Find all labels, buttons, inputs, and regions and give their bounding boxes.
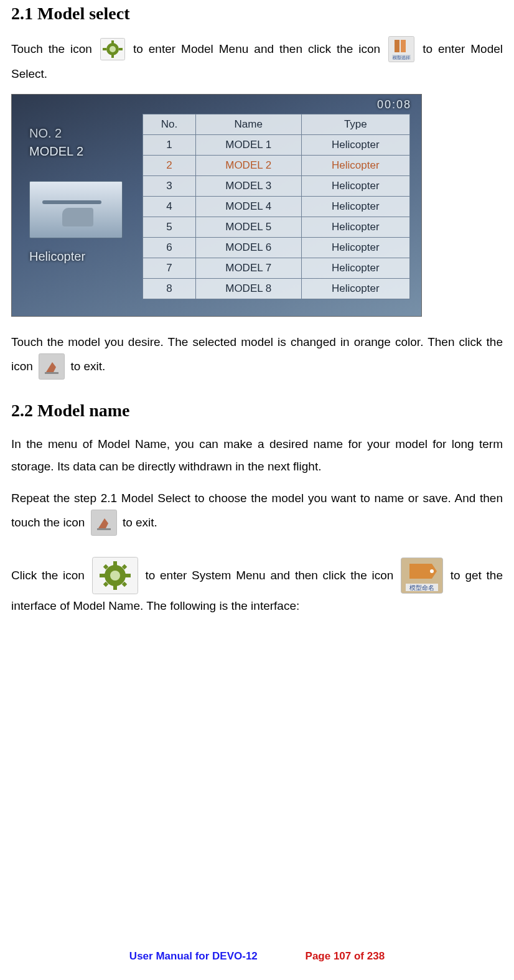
svg-point-18: [110, 571, 120, 581]
model-select-screenshot: 00:08 NO. 2 MODEL 2 Helicopter No. Name …: [11, 94, 422, 317]
table-row[interactable]: 6MODEL 6Helicopter: [143, 238, 410, 258]
col-name: Name: [195, 114, 301, 135]
cell-no: 5: [143, 217, 196, 238]
cell-no: 4: [143, 197, 196, 217]
cell-type: Helicopter: [301, 176, 409, 197]
cell-type: Helicopter: [301, 135, 409, 156]
table-row[interactable]: 1MODEL 1Helicopter: [143, 135, 410, 156]
cell-name: MODEL 5: [195, 217, 301, 238]
svg-rect-9: [401, 40, 406, 52]
gear-icon: [100, 38, 125, 60]
text: Touch the icon: [11, 42, 98, 55]
col-no: No.: [143, 114, 196, 135]
cell-type: Helicopter: [301, 197, 409, 217]
table-row[interactable]: 5MODEL 5Helicopter: [143, 217, 410, 238]
paragraph-model-name-intro: In the menu of Model Name, you can make …: [11, 433, 503, 478]
footer-page-number: Page 107 of 238: [306, 950, 385, 962]
cell-no: 7: [143, 258, 196, 279]
cell-no: 1: [143, 135, 196, 156]
text: Click the icon: [11, 569, 90, 582]
model-name-icon: 模型命名: [401, 558, 443, 594]
model-thumbnail: [29, 181, 123, 238]
text: to enter Model Menu and then click the i…: [133, 42, 386, 55]
cell-type: Helicopter: [301, 238, 409, 258]
table-row[interactable]: 4MODEL 4Helicopter: [143, 197, 410, 217]
svg-rect-21: [100, 574, 105, 577]
text: to enter System Menu and then click the …: [145, 569, 398, 582]
svg-rect-22: [125, 574, 131, 577]
cell-name: MODEL 2: [195, 156, 301, 176]
cell-name: MODEL 3: [195, 176, 301, 197]
heading-2-1: 2.1 Model select: [11, 4, 503, 24]
svg-point-28: [430, 569, 434, 573]
svg-rect-8: [395, 40, 400, 52]
svg-rect-3: [111, 40, 114, 44]
svg-rect-6: [119, 48, 123, 50]
gear-icon: [92, 557, 138, 594]
exit-icon: [91, 510, 117, 536]
cell-no: 2: [143, 156, 196, 176]
paragraph-touch-icon-enter: Touch the icon to enter Model Menu and t…: [11, 36, 503, 85]
svg-text:模型命名: 模型命名: [409, 584, 434, 591]
paragraph-click-system-menu: Click the icon to enter System Menu and …: [11, 557, 503, 617]
table-row[interactable]: 7MODEL 7Helicopter: [143, 258, 410, 279]
paragraph-touch-model-exit: Touch the model you desire. The selected…: [11, 330, 503, 380]
svg-rect-15: [97, 528, 111, 530]
cell-no: 6: [143, 238, 196, 258]
table-row[interactable]: 3MODEL 3Helicopter: [143, 176, 410, 197]
selected-name: MODEL 2: [29, 144, 143, 159]
footer-manual-title: User Manual for DEVO-12: [129, 950, 258, 962]
svg-rect-4: [111, 54, 114, 58]
heading-2-2: 2.2 Model name: [11, 401, 503, 421]
cell-name: MODEL 8: [195, 279, 301, 299]
cell-type: Helicopter: [301, 156, 409, 176]
cell-type: Helicopter: [301, 217, 409, 238]
svg-rect-19: [113, 561, 117, 567]
model-select-icon: 模型选择: [388, 36, 414, 62]
cell-no: 3: [143, 176, 196, 197]
exit-icon: [39, 353, 65, 380]
page-footer: User Manual for DEVO-12 Page 107 of 238: [0, 950, 514, 963]
col-type: Type: [301, 114, 409, 135]
text: Repeat the step 2.1 Model Select to choo…: [11, 492, 503, 529]
paragraph-repeat-step: Repeat the step 2.1 Model Select to choo…: [11, 487, 503, 536]
cell-name: MODEL 4: [195, 197, 301, 217]
table-row[interactable]: 8MODEL 8Helicopter: [143, 279, 410, 299]
svg-rect-13: [45, 372, 58, 374]
svg-rect-20: [113, 584, 117, 590]
cell-name: MODEL 7: [195, 258, 301, 279]
selected-no: NO. 2: [29, 126, 143, 141]
cell-type: Helicopter: [301, 279, 409, 299]
cell-type: Helicopter: [301, 258, 409, 279]
cell-name: MODEL 1: [195, 135, 301, 156]
cell-no: 8: [143, 279, 196, 299]
text: to exit.: [123, 516, 157, 529]
model-table: No. Name Type 1MODEL 1Helicopter2MODEL 2…: [143, 114, 410, 299]
cell-name: MODEL 6: [195, 238, 301, 258]
text: to exit.: [70, 360, 105, 373]
svg-point-2: [110, 46, 116, 52]
clock-display: 00:08: [377, 98, 411, 111]
selected-type: Helicopter: [29, 250, 143, 264]
table-row[interactable]: 2MODEL 2Helicopter: [143, 156, 410, 176]
svg-text:模型选择: 模型选择: [393, 55, 410, 60]
svg-rect-5: [103, 48, 106, 50]
